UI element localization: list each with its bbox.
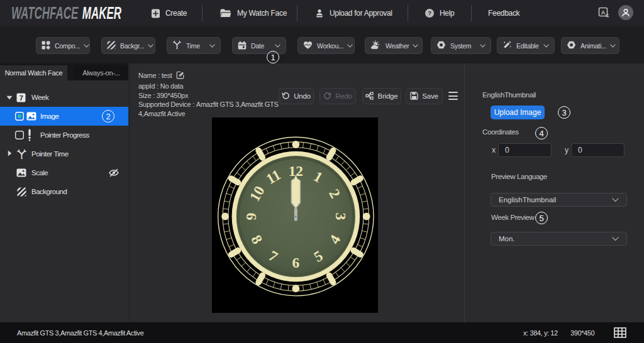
bridge-button[interactable]: Bridge (362, 88, 401, 104)
language-switch-icon[interactable]: A (598, 7, 610, 21)
week-badge-number: 7 (19, 94, 23, 102)
menu-feedback[interactable]: Feedback (488, 0, 519, 26)
help-icon: ? (425, 8, 435, 18)
tree-row-pointer-time[interactable]: Pointer Time (0, 144, 128, 163)
watchface-preview[interactable]: 123456789101112 (212, 117, 378, 313)
chevron-down-icon (80, 44, 89, 48)
toolbar-button-label: Compo... (55, 42, 80, 50)
logo-watchface: WATCHFACE (11, 4, 78, 23)
grid-icon[interactable] (614, 322, 626, 343)
toolbar-workout-button[interactable]: Workou... (297, 37, 355, 54)
tree-row-background[interactable]: Background (0, 182, 128, 201)
edit-icon[interactable] (176, 71, 184, 82)
chevron-down-icon (271, 44, 280, 48)
toolbar-weather-button[interactable]: Weather (365, 37, 423, 54)
save-icon (410, 92, 418, 101)
undo-icon (282, 92, 290, 101)
toolbar-animation-button[interactable]: Animati... (561, 37, 619, 54)
pointer-progress-icon (27, 129, 32, 141)
menu-upload-for-approval[interactable]: Upload for Approval (314, 0, 392, 26)
bridge-icon (365, 92, 374, 101)
expand-arrow-icon[interactable] (6, 94, 13, 101)
toolbar-button-label: Animati... (580, 42, 606, 50)
week-calendar-icon: 7 (16, 92, 26, 102)
person-approval-icon (314, 8, 325, 18)
redo-label: Redo (335, 92, 352, 100)
watchface-info: Name : test appId : No data Size : 390*4… (138, 71, 280, 119)
toolbar-editable-button[interactable]: Editable (497, 37, 555, 54)
user-avatar[interactable] (618, 5, 633, 20)
menu-create[interactable]: Create (151, 0, 187, 26)
top-header-bar: WATCHFACEMAKER Create My Watch Face Uplo… (0, 0, 644, 26)
weather-icon (370, 40, 381, 51)
eye-slash-icon[interactable] (108, 168, 119, 177)
info-device: Supported Device : Amazfit GTS 3,Amazfit… (138, 100, 280, 119)
menu-create-label: Create (165, 9, 187, 18)
properties-panel: EnglishThumbnail Upload Image Coordinate… (464, 63, 644, 322)
tree-row-label: Pointer Progress (40, 131, 89, 139)
menu-bar (448, 99, 458, 100)
annotation-circle-5: 5 (535, 212, 548, 224)
preview-language-value: EnglishThumbnail (499, 196, 556, 204)
chevron-down-icon (409, 44, 418, 48)
tab-always-on[interactable]: Always-on-... (74, 65, 128, 80)
undo-label: Undo (294, 92, 311, 100)
tree-row-scale[interactable]: Scale (0, 163, 128, 182)
week-preview-label: Week Preview (491, 214, 535, 221)
upload-image-button[interactable]: Upload Image (491, 106, 545, 119)
create-icon (151, 9, 160, 18)
toolbar-system-button[interactable]: System (431, 37, 491, 54)
image-icon (16, 168, 26, 177)
upload-image-label: Upload Image (494, 108, 541, 117)
menu-help[interactable]: ? Help (425, 0, 454, 26)
tree-row-label: Week (31, 94, 48, 101)
svg-text:A: A (601, 9, 606, 16)
nut-icon (567, 40, 576, 51)
redo-button[interactable]: Redo (319, 88, 356, 104)
checkbox-unchecked-icon[interactable] (15, 131, 24, 139)
toolbar-time-button[interactable]: Time (167, 37, 221, 54)
info-name-text: Name : test (138, 72, 172, 79)
chevron-down-icon (606, 44, 616, 48)
checkbox-checked-icon[interactable] (15, 112, 24, 121)
pointer-time-icon (16, 149, 27, 160)
x-value: 0 (505, 146, 509, 155)
image-icon (26, 112, 36, 121)
menu-my-watch-face-label: My Watch Face (237, 9, 287, 18)
heart-icon (303, 41, 313, 51)
tab-normal-watch-face[interactable]: Normal Watch Face (0, 65, 67, 80)
annotation-circle-1: 1 (267, 51, 279, 63)
annotation-circle-4: 4 (535, 127, 548, 139)
toolbar-component-button[interactable]: Compo... (36, 37, 90, 54)
week-preview-select[interactable]: Mon. (491, 232, 627, 246)
nut-icon (436, 40, 446, 51)
watch-numeral-6: 6 (292, 254, 300, 270)
x-input[interactable]: 0 (498, 143, 552, 157)
preview-language-select[interactable]: EnglishThumbnail (491, 193, 627, 207)
tree-row-label: Scale (31, 169, 48, 177)
menu-my-watch-face[interactable]: My Watch Face (219, 0, 287, 26)
tree-row-pointer-progress[interactable]: Pointer Progress (0, 126, 128, 144)
undo-button[interactable]: Undo (279, 88, 314, 104)
toolbar-button-label: Workou... (317, 42, 343, 50)
toolbar-date-button[interactable]: Date (232, 37, 286, 54)
coordinates-label: Coordinates (482, 128, 519, 136)
collapse-arrow-icon[interactable] (6, 150, 13, 158)
more-menu-icon[interactable] (448, 92, 458, 100)
tab-label: Always-on-... (82, 69, 120, 77)
app-logo: WATCHFACEMAKER (11, 4, 121, 23)
header-divider (202, 5, 203, 21)
y-input[interactable]: 0 (571, 143, 625, 157)
toolbar-button-label: System (450, 42, 471, 50)
watchface-maker-app: WATCHFACEMAKER Create My Watch Face Uplo… (0, 0, 644, 343)
background-icon (17, 187, 26, 197)
info-size: Size : 390*450px (138, 91, 280, 101)
save-button[interactable]: Save (406, 88, 443, 104)
status-devices: Amazfit GTS 3,Amazfit GTS 4,Amazfit Acti… (17, 322, 143, 343)
toolbar-background-button[interactable]: Backgr... (101, 37, 155, 54)
menu-upload-for-approval-label: Upload for Approval (330, 9, 392, 18)
layer-sidebar: Normal Watch Face Always-on-... 7 Week (0, 63, 128, 322)
menu-feedback-label: Feedback (488, 9, 519, 18)
tree-row-week[interactable]: 7 Week (0, 88, 128, 107)
header-divider (408, 5, 408, 21)
